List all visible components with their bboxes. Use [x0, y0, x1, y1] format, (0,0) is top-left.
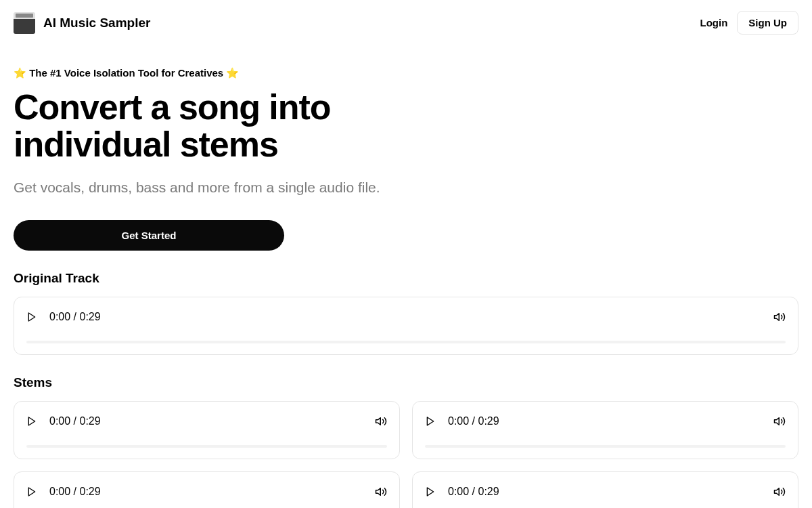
svg-marker-1: [775, 314, 780, 321]
progress-track[interactable]: [425, 445, 786, 448]
progress-track[interactable]: [26, 341, 786, 343]
hero-title: Convert a song into individual stems: [14, 89, 379, 163]
stem-player: 0:00 / 0:29: [14, 401, 400, 459]
stem-player: 0:00 / 0:29: [14, 471, 400, 508]
player-left: 0:00 / 0:29: [26, 311, 101, 323]
play-icon[interactable]: [425, 486, 436, 497]
player-controls-row: 0:00 / 0:29: [425, 486, 786, 498]
svg-marker-9: [775, 488, 780, 496]
svg-marker-0: [28, 313, 35, 321]
signup-button[interactable]: Sign Up: [737, 11, 798, 35]
svg-marker-7: [376, 488, 381, 496]
player-left: 0:00 / 0:29: [26, 486, 101, 498]
hero-badge: ⭐ The #1 Voice Isolation Tool for Creati…: [14, 67, 798, 79]
brand[interactable]: AI Music Sampler: [14, 12, 150, 34]
player-left: 0:00 / 0:29: [425, 415, 499, 427]
play-icon[interactable]: [26, 486, 37, 497]
svg-marker-5: [775, 418, 780, 425]
player-left: 0:00 / 0:29: [425, 486, 499, 498]
volume-icon[interactable]: [773, 486, 786, 498]
progress-track[interactable]: [26, 445, 387, 448]
volume-icon[interactable]: [375, 486, 387, 498]
stems-label: Stems: [14, 375, 798, 390]
svg-marker-6: [28, 488, 35, 496]
brand-name: AI Music Sampler: [43, 16, 150, 30]
main: ⭐ The #1 Voice Isolation Tool for Creati…: [0, 45, 812, 508]
volume-icon[interactable]: [773, 415, 786, 427]
stem-player: 0:00 / 0:29: [412, 401, 798, 459]
player-controls-row: 0:00 / 0:29: [26, 311, 786, 323]
time-display: 0:00 / 0:29: [49, 486, 101, 498]
header: AI Music Sampler Login Sign Up: [0, 0, 812, 45]
svg-marker-4: [427, 417, 433, 425]
player-controls-row: 0:00 / 0:29: [26, 415, 387, 427]
stems-grid: 0:00 / 0:29 0:00 / 0:29: [14, 401, 798, 508]
svg-marker-2: [28, 417, 35, 425]
time-display: 0:00 / 0:29: [49, 415, 101, 427]
time-display: 0:00 / 0:29: [49, 311, 101, 323]
volume-icon[interactable]: [375, 415, 387, 427]
time-display: 0:00 / 0:29: [448, 486, 499, 498]
play-icon[interactable]: [425, 416, 436, 427]
play-icon[interactable]: [26, 416, 37, 427]
hero-subtitle: Get vocals, drums, bass and more from a …: [14, 179, 798, 196]
svg-marker-3: [376, 418, 381, 425]
original-track-label: Original Track: [14, 271, 798, 286]
stem-player: 0:00 / 0:29: [412, 471, 798, 508]
get-started-button[interactable]: Get Started: [14, 220, 284, 251]
time-display: 0:00 / 0:29: [448, 415, 499, 427]
brand-logo-icon: [14, 12, 35, 34]
player-left: 0:00 / 0:29: [26, 415, 101, 427]
player-controls-row: 0:00 / 0:29: [425, 415, 786, 427]
play-icon[interactable]: [26, 312, 37, 322]
volume-icon[interactable]: [773, 311, 786, 323]
svg-marker-8: [427, 488, 433, 496]
header-actions: Login Sign Up: [700, 11, 799, 35]
original-player: 0:00 / 0:29: [14, 297, 798, 355]
login-link[interactable]: Login: [700, 17, 728, 28]
player-controls-row: 0:00 / 0:29: [26, 486, 387, 498]
